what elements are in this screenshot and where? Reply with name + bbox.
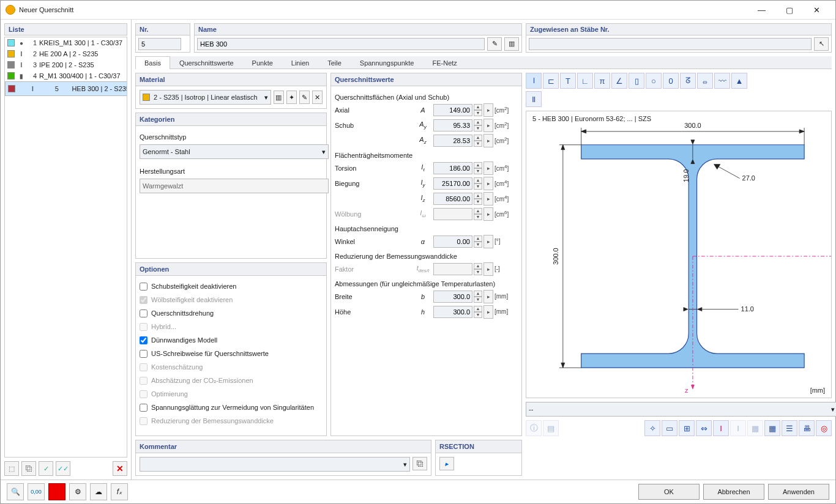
list-item[interactable]: I5HEB 300 | 2 - S235	[5, 81, 127, 96]
units-icon[interactable]: 0,00	[28, 483, 45, 500]
spinner[interactable]: ▲▼	[474, 193, 482, 205]
minimize-button[interactable]: —	[748, 1, 775, 19]
value-input[interactable]	[433, 177, 472, 190]
section-i-icon[interactable]: Ｉ	[526, 73, 542, 89]
value-input[interactable]	[433, 119, 472, 132]
value-input[interactable]	[433, 306, 472, 318]
view-i-icon[interactable]: I	[713, 420, 729, 436]
section-wave-icon[interactable]: 〰	[714, 73, 730, 89]
list-item[interactable]: I3IPE 200 | 2 - S235	[5, 59, 127, 70]
target-icon[interactable]: ◎	[816, 420, 832, 436]
section-list[interactable]: ●1KREIS_M1 300 | 1 - C30/37I2HE 200 A | …	[4, 37, 127, 458]
section-pipe-icon[interactable]: ○	[646, 73, 662, 89]
tab-punkte[interactable]: Punkte	[243, 56, 282, 69]
function-icon[interactable]: fₓ	[111, 483, 128, 500]
goto-icon[interactable]: ▸	[483, 103, 493, 117]
check-button[interactable]: ✓	[39, 461, 53, 476]
section-z-icon[interactable]: ᘔ	[680, 73, 696, 89]
rsection-open-icon[interactable]: ▸	[439, 457, 454, 470]
tab-basis[interactable]: Basis	[135, 56, 170, 69]
view-list-icon[interactable]: ☰	[782, 420, 797, 436]
goto-icon[interactable]: ▸	[483, 290, 493, 303]
view-dims-icon[interactable]: ⊞	[679, 420, 695, 436]
list-item[interactable]: I2HE 200 A | 2 - S235	[5, 48, 127, 59]
value-input[interactable]	[433, 162, 472, 174]
maximize-button[interactable]: ▢	[775, 1, 803, 19]
view-axes-icon[interactable]: ✧	[644, 420, 660, 436]
option-checkbox[interactable]: US-Schreibweise für Querschnittswerte	[140, 347, 323, 360]
material-delete-icon[interactable]: ✕	[312, 91, 323, 104]
view-table-icon[interactable]: ▦	[764, 420, 780, 436]
spinner[interactable]: ▲▼	[474, 162, 482, 174]
material-library-icon[interactable]: ▥	[274, 91, 284, 104]
type-select[interactable]: Genormt - Stahl ▾	[140, 144, 329, 159]
section-preview[interactable]: 5 - HEB 300 | Euronorm 53-62; ... | SZS	[526, 111, 832, 398]
section-l-icon[interactable]: ∟	[577, 73, 593, 89]
spinner[interactable]: ▲▼	[474, 104, 482, 116]
option-checkbox[interactable]: Spannungsglättung zur Vermeidung von Sin…	[140, 401, 323, 414]
cloud-icon[interactable]: ☁	[90, 483, 107, 500]
list-item[interactable]: ●1KREIS_M1 300 | 1 - C30/37	[5, 37, 127, 48]
ok-button[interactable]: OK	[638, 484, 700, 500]
spinner[interactable]: ▲▼	[474, 291, 482, 303]
rename-icon[interactable]: ✎	[487, 37, 502, 51]
section-composite-icon[interactable]: ▲	[731, 73, 747, 89]
tab-querschnittswerte[interactable]: Querschnittswerte	[170, 56, 243, 69]
material-new-icon[interactable]: ✦	[286, 91, 297, 104]
section-c-icon[interactable]: ⊏	[543, 73, 559, 89]
library-icon[interactable]: ▥	[504, 37, 519, 51]
goto-icon[interactable]: ▸	[483, 161, 493, 175]
section-hat-icon[interactable]: ⏛	[697, 73, 713, 89]
option-checkbox[interactable]: Schubsteifigkeit deaktivieren	[140, 280, 323, 293]
section-box-icon[interactable]: ▯	[629, 73, 644, 89]
spinner[interactable]: ▲▼	[474, 135, 482, 147]
spinner[interactable]: ▲▼	[474, 235, 482, 248]
material-select[interactable]: 2 - S235 | Isotrop | Linear elastisch ▾	[140, 90, 271, 105]
section-ic-icon[interactable]: Ⅱ	[526, 91, 542, 107]
tab-spannungspunkte[interactable]: Spannungspunkte	[351, 56, 424, 69]
comment-copy-icon[interactable]: ⿻	[412, 457, 427, 470]
apply-button[interactable]: Anwenden	[768, 484, 829, 500]
close-button[interactable]: ✕	[803, 1, 830, 19]
goto-icon[interactable]: ▸	[483, 119, 493, 132]
goto-icon[interactable]: ▸	[483, 235, 493, 248]
help-icon[interactable]: 🔍	[7, 483, 24, 500]
view-stress-icon[interactable]: ⇔	[696, 420, 712, 436]
color-icon[interactable]	[48, 483, 65, 500]
option-checkbox[interactable]: Querschnittsdrehung	[140, 306, 323, 320]
copy-button[interactable]: ⿻	[21, 461, 36, 476]
value-input[interactable]	[433, 193, 472, 205]
tab-teile[interactable]: Teile	[318, 56, 351, 69]
tab-linien[interactable]: Linien	[282, 56, 318, 69]
tab-fe-netz[interactable]: FE-Netz	[423, 56, 466, 69]
value-input[interactable]	[433, 135, 472, 147]
goto-icon[interactable]: ▸	[483, 134, 493, 147]
goto-icon[interactable]: ▸	[483, 177, 493, 190]
list-item[interactable]: ▮4R_M1 300/400 | 1 - C30/37	[5, 70, 127, 81]
comment-select[interactable]: ▾	[140, 457, 410, 472]
new-button[interactable]: ⬚	[4, 461, 19, 476]
print-icon[interactable]: 🖶	[799, 420, 815, 436]
value-input[interactable]	[433, 235, 472, 248]
section-tt-icon[interactable]: π	[594, 73, 610, 89]
cancel-button[interactable]: Abbrechen	[703, 484, 764, 500]
assigned-input[interactable]	[529, 38, 812, 50]
section-oval-icon[interactable]: 0	[663, 73, 679, 89]
name-input[interactable]	[197, 38, 485, 50]
spinner[interactable]: ▲▼	[474, 177, 482, 190]
check-all-button[interactable]: ✓✓	[56, 461, 70, 476]
goto-icon[interactable]: ▸	[483, 305, 493, 319]
pick-icon[interactable]: ↖	[814, 37, 829, 51]
value-input[interactable]	[433, 104, 472, 116]
value-input[interactable]	[433, 291, 472, 303]
spinner[interactable]: ▲▼	[474, 119, 482, 132]
spinner[interactable]: ▲▼	[474, 306, 482, 318]
nr-input[interactable]	[138, 38, 181, 50]
option-checkbox[interactable]: Dünnwandiges Modell	[140, 333, 323, 347]
preview-status-select[interactable]: -- ▾	[526, 402, 836, 417]
settings-icon[interactable]: ⚙	[69, 483, 86, 500]
view-frame-icon[interactable]: ▭	[662, 420, 677, 436]
goto-icon[interactable]: ▸	[483, 192, 493, 206]
section-t-icon[interactable]: T	[560, 73, 576, 89]
material-edit-icon[interactable]: ✎	[299, 91, 310, 104]
